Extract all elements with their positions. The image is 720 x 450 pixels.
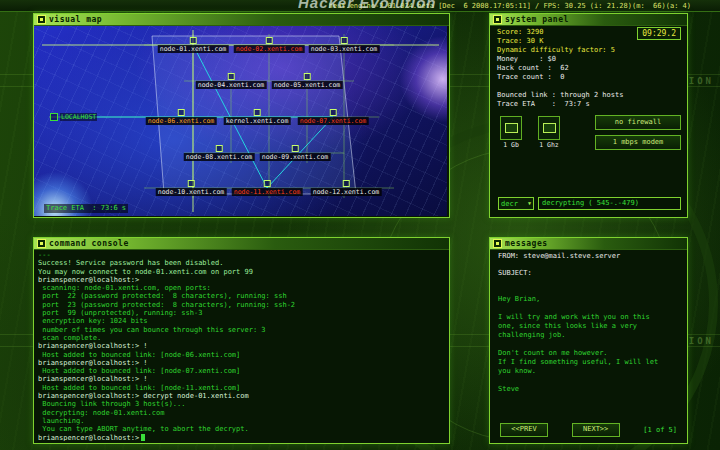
panel-icon [37,239,46,248]
console-line: brianspencer@localhost:> [38,434,445,441]
console-line: number of times you can bounce through t… [38,326,445,334]
node-label: node-03.xenti.com [309,45,380,53]
localhost-marker-icon [50,113,58,121]
console-line: brianspencer@localhost:> ! [38,359,445,367]
stat-line: Trace ETA : 73:7 s [497,100,623,109]
hardware-label: 1 Gb [500,141,522,149]
stat-line: Trace: 30 K [497,37,623,46]
panel-icon [493,239,502,248]
console-line: decrypting: node-01.xenti.com [38,409,445,417]
hardware-item[interactable]: 1 Ghz [538,116,560,149]
node-label: node-12.xenti.com [311,188,382,196]
node-marker-icon [228,73,235,80]
map-node[interactable]: node-01.xenti.com [158,37,229,53]
node-label: node-09.xenti.com [260,153,331,161]
chip-icon [543,123,556,133]
visual-map-panel: visual map node-01.xenti.comno [33,13,450,218]
map-node[interactable]: node-07.xenti.com [298,109,369,125]
message-content: FROM: steve@mail.steve.server SUBJECT: H… [498,252,682,394]
console-line: port 23 (password protected: 8 character… [38,301,445,309]
system-buttons: no firewall1 mbps modem [595,115,681,150]
map-node[interactable]: node-10.xenti.com [156,180,227,196]
command-console-panel: command console ---Success! Service pass… [33,237,450,444]
node-label: node-05.xenti.com [272,81,343,89]
next-message-button[interactable]: NEXT>> [572,423,620,437]
console-line: --- [38,251,445,259]
console-line: scanning: node-01.xenti.com, open ports: [38,284,445,292]
console-line: scan complete. [38,334,445,342]
mission-timer: 09:29.2 [637,27,681,40]
console-output: ---Success! Service password has been di… [38,251,445,441]
panel-title-label: command console [49,239,129,249]
map-node[interactable]: node-12.xenti.com [311,180,382,196]
console-line: Success! Service password has been disab… [38,259,445,267]
node-marker-icon [304,73,311,80]
panel-title: messages [490,238,687,250]
console-input-area[interactable]: ---Success! Service password has been di… [38,251,445,441]
console-line: Host added to bounced link: [node-07.xen… [38,367,445,375]
node-marker-icon [341,37,348,44]
node-marker-icon [178,109,185,116]
hardware-item[interactable]: 1 Gb [500,116,522,149]
game-logo: Hacker Evolution [298,0,437,12]
console-line: Host added to bounced link: [node-06.xen… [38,351,445,359]
node-marker-icon [188,180,195,187]
console-line: port 99 (unprotected), running: ssh-3 [38,309,445,317]
console-line: You may now connect to node-01.xenti.com… [38,268,445,276]
node-marker-icon [216,145,223,152]
map-node[interactable]: node-06.xenti.com [146,109,217,125]
console-line: brianspencer@localhost:> [38,276,445,284]
message-from: FROM: steve@mail.steve.server [498,252,682,261]
process-select[interactable]: decr ▼ [498,197,534,210]
map-node[interactable]: node-05.xenti.com [272,73,343,89]
panel-icon [37,15,46,24]
messages-panel: messages FROM: steve@mail.steve.server S… [489,237,688,444]
console-line: brianspencer@localhost:> ! [38,342,445,350]
panel-title-label: messages [505,239,548,249]
hardware-icon [500,116,522,140]
stat-line: Dynamic difficulty factor: 5 [497,46,623,55]
network-map: node-01.xenti.comnode-02.xenti.comnode-0… [34,26,447,216]
console-line: Host added to bounced link: [node-11.xen… [38,384,445,392]
panel-title-label: visual map [49,15,102,25]
node-label: node-10.xenti.com [156,188,227,196]
map-node[interactable]: node-03.xenti.com [309,37,380,53]
map-node-localhost[interactable]: LOCALHOST [50,113,97,121]
console-line: Bouncing link through 3 host(s)... [38,400,445,408]
message-footer: <<PREV NEXT>> [1 of 5] [500,423,677,437]
console-line: launching. [38,417,445,425]
hardware-icon [538,116,560,140]
decrypt-row: decr ▼ decrypting ( 545-.-479) [498,197,681,210]
node-label: node-11.xenti.com [232,188,303,196]
panel-icon [493,15,502,24]
node-label: node-04.xenti.com [196,81,267,89]
map-node[interactable]: node-04.xenti.com [196,73,267,89]
map-node[interactable]: kernel.xenti.com [224,109,291,125]
localhost-label: LOCALHOST [60,113,97,121]
stat-line: Bounced link : through 2 hosts [497,91,623,100]
map-node[interactable]: node-02.xenti.com [234,37,305,53]
panel-title: visual map [34,14,449,26]
prev-message-button[interactable]: <<PREV [500,423,548,437]
map-node[interactable]: node-11.xenti.com [232,180,303,196]
node-marker-icon [292,145,299,152]
system-button[interactable]: no firewall [595,115,681,130]
console-line: brianspencer@localhost:> decrypt node-01… [38,392,445,400]
hardware-label: 1 Ghz [538,141,560,149]
node-label: kernel.xenti.com [224,117,291,125]
map-node[interactable]: node-08.xenti.com [184,145,255,161]
map-node[interactable]: node-09.xenti.com [260,145,331,161]
system-button[interactable]: 1 mbps modem [595,135,681,150]
console-line: You can type ABORT anytime, to abort the… [38,425,445,433]
system-stats: Score: 3290Trace: 30 KDynamic difficulty… [497,28,623,109]
node-marker-icon [190,37,197,44]
map-node-layer: node-01.xenti.comnode-02.xenti.comnode-0… [34,26,447,216]
chip-icon [505,123,518,133]
node-label: node-06.xenti.com [146,117,217,125]
stat-line: Score: 3290 [497,28,623,37]
hardware-row: 1 Gb1 Ghz [500,116,560,149]
system-panel: system panel Score: 3290Trace: 30 KDynam… [489,13,688,218]
console-line: encryption key: 1024 bits [38,317,445,325]
stat-line: Money : $0 [497,55,623,64]
stat-line: Trace count : 0 [497,73,623,82]
